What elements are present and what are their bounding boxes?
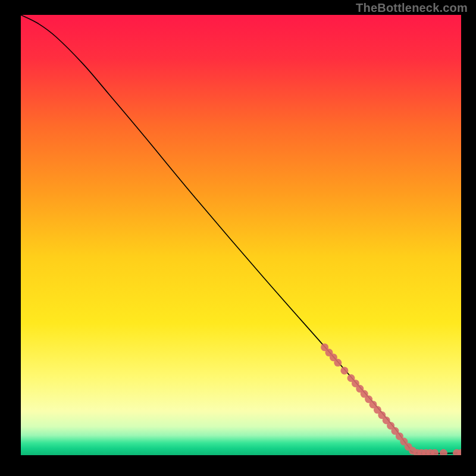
plot-area	[21, 15, 461, 455]
watermark-text: TheBottleneck.com	[356, 1, 468, 15]
marker-group	[321, 343, 461, 455]
data-marker	[340, 367, 348, 374]
chart-container: TheBottleneck.com	[0, 0, 476, 476]
curve-layer	[21, 15, 461, 455]
bottleneck-curve	[21, 15, 461, 453]
data-marker	[440, 449, 447, 455]
data-marker	[334, 359, 342, 367]
